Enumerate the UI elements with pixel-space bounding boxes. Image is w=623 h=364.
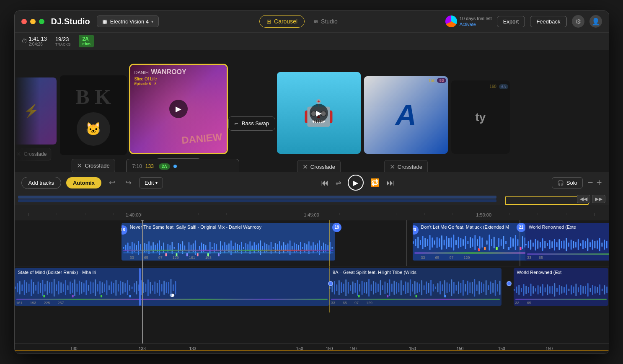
svg-rect-402 bbox=[592, 285, 593, 295]
loop-handle-2[interactable] bbox=[507, 281, 512, 286]
svg-rect-311 bbox=[377, 284, 379, 292]
close-button[interactable] bbox=[21, 19, 27, 24]
svg-rect-233 bbox=[58, 281, 59, 294]
studio-mode-btn[interactable]: ≋ Studio bbox=[306, 15, 345, 28]
playhead[interactable] bbox=[142, 220, 143, 343]
feedback-button[interactable]: Feedback bbox=[530, 16, 566, 27]
svg-rect-240 bbox=[74, 279, 75, 296]
skip-forward-button[interactable]: ⏭ bbox=[386, 178, 395, 188]
svg-rect-178 bbox=[530, 240, 531, 250]
carousel-item-1[interactable]: ⚡ ✕ Crossfade bbox=[15, 77, 57, 145]
svg-rect-335 bbox=[433, 284, 434, 292]
carousel-item-2[interactable]: B K 🐱 ✕ Crossfade 8:36 130 State of Mind… bbox=[60, 75, 127, 155]
svg-rect-347 bbox=[451, 279, 452, 296]
automix-button[interactable]: Automix bbox=[66, 177, 101, 188]
zoom-out-button[interactable]: − bbox=[588, 177, 593, 188]
redo-button[interactable]: ↪ bbox=[123, 176, 134, 189]
minimap-controls: ◀◀ ▶▶ bbox=[577, 195, 605, 203]
svg-rect-89 bbox=[310, 245, 312, 250]
play-pause-button[interactable]: ▶ bbox=[348, 175, 364, 191]
svg-rect-252 bbox=[101, 282, 103, 293]
carousel-item-3[interactable]: DANIELWANROOY Slice Of Life Episode 5 - … bbox=[130, 65, 227, 153]
svg-rect-287 bbox=[170, 279, 171, 297]
export-button[interactable]: Export bbox=[497, 16, 525, 27]
svg-rect-90 bbox=[313, 242, 314, 253]
track-block-18[interactable]: 18 Never The Same feat. Sally Saifi - Or… bbox=[121, 223, 335, 261]
svg-rect-309 bbox=[373, 281, 374, 294]
svg-rect-29 bbox=[173, 247, 175, 249]
shuffle-button[interactable]: ⇌ bbox=[336, 179, 341, 187]
svg-rect-254 bbox=[106, 280, 107, 295]
svg-rect-352 bbox=[463, 280, 464, 296]
svg-rect-243 bbox=[81, 282, 82, 294]
trial-info: 10 days trial left Activate bbox=[460, 15, 492, 28]
svg-rect-307 bbox=[368, 279, 370, 297]
undo-button[interactable]: ↩ bbox=[106, 176, 118, 189]
skip-back-button[interactable]: ⏮ bbox=[321, 178, 329, 188]
activate-link[interactable]: Activate bbox=[460, 22, 476, 27]
svg-rect-304 bbox=[362, 281, 363, 295]
svg-rect-288 bbox=[173, 284, 174, 291]
project-selector[interactable]: ▦ Electric Vision 4 ▾ bbox=[97, 15, 159, 27]
transition-marker-19 bbox=[329, 220, 330, 266]
svg-rect-257 bbox=[113, 283, 114, 293]
svg-rect-389 bbox=[561, 286, 562, 294]
svg-rect-272 bbox=[136, 281, 137, 294]
svg-rect-319 bbox=[396, 282, 397, 294]
svg-rect-67 bbox=[264, 243, 265, 253]
minimap-viewport[interactable] bbox=[505, 196, 589, 205]
svg-rect-143 bbox=[510, 237, 511, 248]
mixed-inkey-widget[interactable]: 10 days trial left Activate bbox=[445, 15, 492, 28]
track-resize-handle[interactable] bbox=[139, 268, 141, 306]
carousel-item-6[interactable]: ty ✕ Crossfade 160 6A bbox=[451, 80, 510, 154]
loop-button[interactable]: 🔁 bbox=[370, 178, 380, 187]
zoom-in-button[interactable]: + bbox=[597, 177, 602, 188]
carousel-mode-btn[interactable]: ⊞ Carousel bbox=[259, 15, 305, 28]
carousel-item-5[interactable]: A ✕ Crossfade 150 9B bbox=[364, 76, 448, 154]
track-block-21[interactable]: World Renowned (Exte 33 65 bbox=[525, 223, 609, 261]
loop-handle-1[interactable] bbox=[328, 281, 333, 286]
svg-rect-278 bbox=[150, 282, 151, 294]
solo-button[interactable]: 🎧 Solo bbox=[552, 177, 583, 188]
minimize-button[interactable] bbox=[30, 19, 36, 24]
svg-rect-206 bbox=[597, 240, 598, 249]
controls-bar: Add tracks Automix ↩ ↪ Edit ▾ ⏮ ⇌ ▶ 🔁 ⏭ … bbox=[15, 172, 609, 194]
rewind-button[interactable]: ◀◀ bbox=[577, 195, 590, 203]
svg-rect-284 bbox=[163, 281, 165, 295]
svg-rect-266 bbox=[72, 295, 73, 297]
fast-forward-button[interactable]: ▶▶ bbox=[592, 195, 605, 203]
svg-rect-225 bbox=[40, 283, 41, 293]
play-button-3[interactable]: ▶ bbox=[169, 100, 188, 118]
svg-rect-144 bbox=[512, 238, 514, 247]
add-tracks-button[interactable]: Add tracks bbox=[21, 177, 61, 189]
timeline-minimap[interactable]: ◀◀ ▶▶ bbox=[15, 194, 609, 205]
svg-rect-115 bbox=[448, 238, 450, 247]
svg-rect-264 bbox=[129, 285, 130, 291]
maximize-button[interactable] bbox=[39, 19, 44, 24]
svg-rect-270 bbox=[131, 287, 132, 289]
edit-button[interactable]: Edit ▾ bbox=[139, 177, 163, 188]
settings-icon[interactable]: ⚙ bbox=[572, 15, 584, 28]
svg-rect-214 bbox=[15, 287, 16, 289]
svg-rect-195 bbox=[571, 240, 572, 250]
headphones-icon: 🎧 bbox=[557, 180, 564, 186]
lower-track-block-2[interactable]: 9A – Great Spirit feat. Hilight Tribe (W… bbox=[329, 268, 502, 306]
user-avatar[interactable]: 👤 bbox=[589, 15, 602, 28]
play-button-4[interactable]: ▶ bbox=[310, 104, 328, 122]
svg-rect-242 bbox=[79, 281, 80, 295]
carousel-item-4[interactable]: 🤖 ▶ ✕ Crossfade 4:49 150 9A 9A – Great S… bbox=[277, 72, 361, 154]
lower-track-block-3[interactable]: World Renowned (Ext 33 65 bbox=[514, 268, 609, 306]
svg-rect-94 bbox=[321, 246, 322, 250]
svg-rect-81 bbox=[294, 243, 295, 253]
svg-rect-256 bbox=[111, 281, 112, 294]
lower-track-block-1[interactable]: State of Mind (Bolster Remix) - Mha Iri … bbox=[15, 268, 330, 306]
svg-rect-325 bbox=[410, 279, 411, 296]
svg-rect-361 bbox=[483, 284, 484, 292]
svg-rect-279 bbox=[152, 285, 153, 291]
svg-rect-277 bbox=[147, 279, 149, 296]
svg-rect-221 bbox=[31, 279, 32, 296]
transition-marker-21 bbox=[520, 220, 520, 266]
svg-rect-337 bbox=[387, 295, 388, 297]
svg-rect-350 bbox=[458, 281, 459, 294]
svg-rect-193 bbox=[566, 238, 567, 251]
